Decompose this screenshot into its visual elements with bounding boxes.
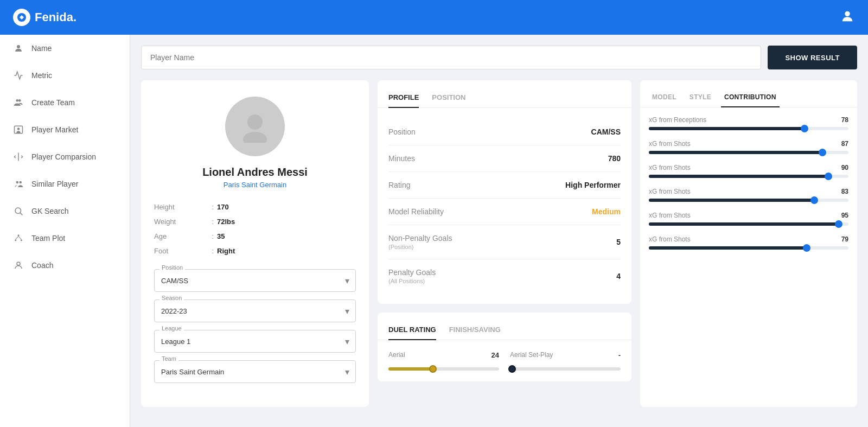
- compare-icon: [13, 151, 24, 162]
- team-icon: [13, 233, 24, 244]
- sidebar-item-gk-search[interactable]: GK Search: [0, 197, 130, 225]
- league-dropdown[interactable]: League League 1 La Liga Champions League…: [154, 330, 356, 353]
- profile-tabs: PROFILE POSITION: [378, 80, 631, 108]
- tab-finish-saving[interactable]: FINISH/SAVING: [449, 321, 501, 340]
- svg-point-12: [18, 234, 20, 236]
- sidebar-item-team-plot[interactable]: Team Plot: [0, 225, 130, 252]
- contribution-panel: MODEL STYLE CONTRIBUTION xG from Recepti…: [640, 80, 857, 407]
- stat-foot: Foot : Right: [154, 244, 356, 258]
- similar-icon: [13, 179, 24, 189]
- sidebar-item-player-comparison[interactable]: Player Comparsion: [0, 143, 130, 170]
- season-label: Season: [159, 295, 184, 301]
- sidebar-item-similar-player[interactable]: Similar Player: [0, 170, 130, 197]
- contrib-content: xG from Receptions 78 xG from Shots 87 x…: [640, 107, 857, 268]
- svg-point-18: [247, 114, 263, 130]
- player-card: Lionel Andres Messi Paris Saint Germain …: [141, 80, 369, 407]
- user-button[interactable]: [840, 9, 855, 26]
- height-value: 170: [217, 203, 356, 211]
- tab-style[interactable]: STYLE: [686, 89, 714, 107]
- svg-line-15: [16, 236, 18, 239]
- tab-duel-rating[interactable]: DUEL RATING: [388, 321, 436, 340]
- svg-point-2: [17, 45, 20, 48]
- sidebar-label-create-team: Create Team: [31, 98, 75, 107]
- tab-profile[interactable]: PROFILE: [388, 89, 419, 108]
- sidebar-item-name[interactable]: Name: [0, 35, 130, 62]
- tab-position[interactable]: POSITION: [432, 89, 465, 108]
- age-label: Age: [154, 232, 208, 240]
- contrib-tabs: MODEL STYLE CONTRIBUTION: [640, 80, 857, 107]
- sidebar-label-metric: Metric: [31, 71, 52, 80]
- duel-tabs: DUEL RATING FINISH/SAVING: [378, 313, 631, 340]
- contrib-metric-1: xG from Shots 87: [649, 140, 848, 154]
- league-select[interactable]: League 1 La Liga Champions League: [154, 330, 356, 353]
- person-icon: [13, 43, 24, 54]
- position-label: Position: [159, 264, 185, 271]
- team-select[interactable]: Paris Saint Germain FC Barcelona Inter M…: [154, 360, 356, 383]
- contrib-metric-2: xG from Shots 90: [649, 164, 848, 178]
- svg-point-3: [16, 99, 19, 102]
- content-grid: Lionel Andres Messi Paris Saint Germain …: [141, 80, 857, 407]
- contact-icon: [13, 124, 24, 135]
- svg-line-11: [20, 213, 22, 215]
- stat-weight: Weight : 72lbs: [154, 214, 356, 229]
- contrib-metric-5: xG from Shots 79: [649, 235, 848, 250]
- profile-panel: PROFILE POSITION Position CAM/SS Minutes…: [378, 80, 631, 304]
- avatar: [225, 97, 285, 156]
- duel-panel: DUEL RATING FINISH/SAVING Aerial 24: [378, 313, 631, 381]
- player-name: Lionel Andres Messi: [202, 166, 308, 179]
- chart-icon: [13, 70, 24, 81]
- age-value: 35: [217, 232, 356, 240]
- profile-row-reliability: Model Reliability Medium: [388, 199, 621, 225]
- foot-label: Foot: [154, 247, 208, 255]
- svg-point-1: [845, 11, 850, 16]
- app-name: Fenida.: [35, 10, 76, 24]
- weight-label: Weight: [154, 218, 208, 226]
- height-label: Height: [154, 203, 208, 211]
- player-team: Paris Saint Germain: [224, 181, 286, 189]
- svg-point-13: [15, 239, 16, 241]
- svg-point-6: [17, 128, 20, 130]
- profile-content: Position CAM/SS Minutes 780 Rating High …: [378, 108, 631, 304]
- coach-icon: [13, 260, 24, 271]
- group-icon: [13, 97, 24, 108]
- duel-metric-aerial-setplay: Aerial Set-Play -: [510, 351, 621, 371]
- aerial-slider-fill: [388, 367, 433, 371]
- show-result-button[interactable]: SHOW RESULT: [768, 46, 857, 69]
- sidebar-item-metric[interactable]: Metric: [0, 62, 130, 89]
- sidebar-item-create-team[interactable]: Create Team: [0, 89, 130, 116]
- svg-point-4: [18, 99, 21, 102]
- profile-row-minutes: Minutes 780: [388, 145, 621, 172]
- top-navigation: Fenida.: [0, 0, 868, 35]
- duel-content: Aerial 24 Aerial Set-Play -: [378, 340, 631, 381]
- sidebar-label-similar-player: Similar Player: [31, 180, 78, 188]
- season-select[interactable]: 2022-23 2021-22 2020-21: [154, 299, 356, 322]
- season-dropdown[interactable]: Season 2022-23 2021-22 2020-21 ▾: [154, 299, 356, 322]
- logo-icon: [13, 9, 30, 26]
- sidebar-label-gk-search: GK Search: [31, 207, 68, 215]
- profile-row-penalty: Penalty Goals (All Positions) 4: [388, 259, 621, 293]
- sidebar-label-coach: Coach: [31, 261, 53, 270]
- league-label: League: [159, 325, 184, 332]
- sidebar-item-coach[interactable]: Coach: [0, 252, 130, 279]
- team-dropdown[interactable]: Team Paris Saint Germain FC Barcelona In…: [154, 360, 356, 383]
- profile-row-nonpenalty: Non-Penalty Goals (Position) 5: [388, 225, 621, 259]
- sidebar: Name Metric Create Team Player Market Pl…: [0, 35, 130, 427]
- sidebar-label-player-comparison: Player Comparsion: [31, 152, 96, 161]
- search-icon: [13, 206, 24, 216]
- foot-value: Right: [217, 247, 356, 255]
- sidebar-item-player-market[interactable]: Player Market: [0, 116, 130, 143]
- aerial-setplay-slider-track: [510, 367, 621, 371]
- profile-row-rating: Rating High Performer: [388, 172, 621, 199]
- svg-line-16: [18, 236, 21, 239]
- search-input[interactable]: [141, 46, 761, 69]
- profile-row-position: Position CAM/SS: [388, 119, 621, 145]
- position-dropdown[interactable]: Position CAM/SS ST LW RW ▾: [154, 269, 356, 292]
- tab-contribution[interactable]: CONTRIBUTION: [721, 89, 780, 107]
- aerial-slider-track: [388, 367, 499, 371]
- svg-point-10: [15, 208, 21, 214]
- contrib-metric-4: xG from Shots 95: [649, 212, 848, 226]
- position-select[interactable]: CAM/SS ST LW RW: [154, 269, 356, 292]
- tab-model[interactable]: MODEL: [649, 89, 680, 107]
- svg-point-19: [243, 132, 267, 143]
- svg-point-8: [16, 181, 19, 184]
